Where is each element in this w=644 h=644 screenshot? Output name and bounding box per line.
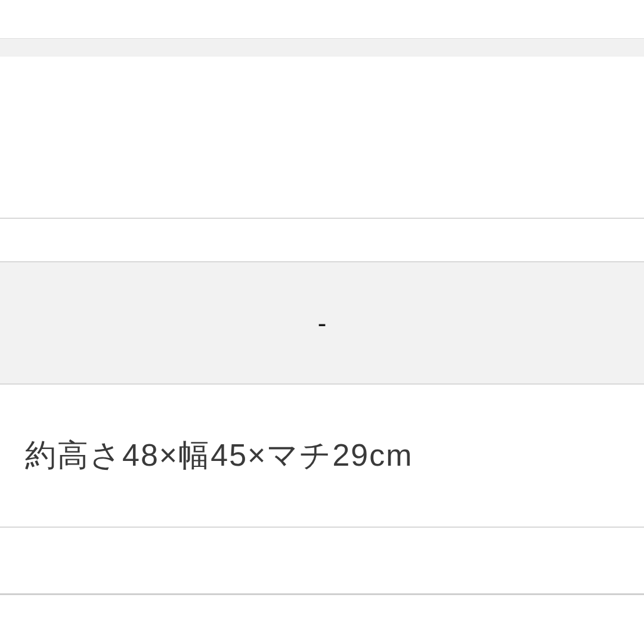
row-gap bbox=[0, 39, 644, 57]
dimensions-text: 約高さ48×幅45×マチ29cm bbox=[25, 435, 413, 476]
table-row bbox=[0, 0, 644, 39]
table-row: - bbox=[0, 262, 644, 385]
table-row bbox=[0, 528, 644, 593]
spec-table: - 約高さ48×幅45×マチ29cm bbox=[0, 0, 644, 644]
table-row bbox=[0, 57, 644, 218]
dash-value: - bbox=[318, 308, 327, 338]
table-row bbox=[0, 593, 644, 644]
table-row: 約高さ48×幅45×マチ29cm bbox=[0, 385, 644, 528]
table-row bbox=[0, 218, 644, 262]
